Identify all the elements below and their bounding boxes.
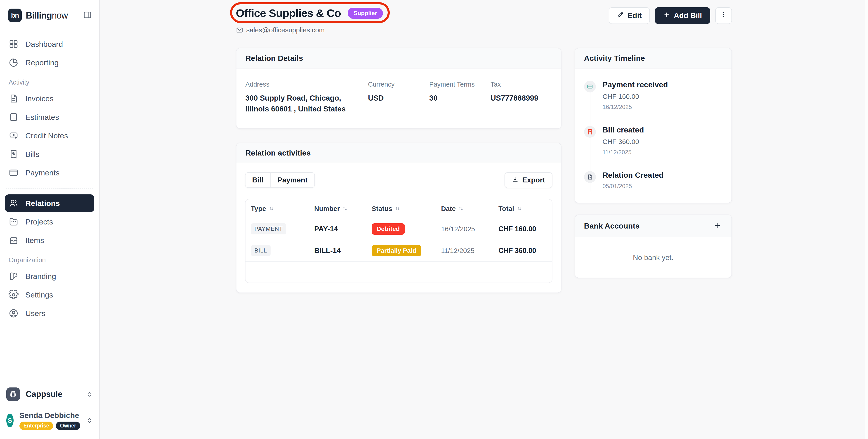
sidebar-item-bills[interactable]: Bills	[5, 145, 94, 163]
field-payment-terms: Payment Terms 30	[429, 81, 491, 115]
dashboard-icon	[8, 39, 19, 49]
sidebar-section-organization: Organization	[8, 256, 94, 264]
kebab-menu-icon	[720, 11, 727, 20]
folder-icon	[8, 217, 19, 227]
relation-activities-card: Relation activities Bill Payment Export	[236, 143, 561, 293]
table-header-row: Type Number Status Date Total	[246, 199, 552, 218]
branding-swatch-icon	[8, 271, 19, 281]
timeline-event-bill-created: Bill created CHF 360.00 11/12/2025	[584, 125, 722, 156]
timeline-list: Payment received CHF 160.00 16/12/2025 B…	[584, 80, 722, 190]
sidebar-item-items[interactable]: Items	[5, 231, 94, 249]
sidebar-nav: Dashboard Reporting Activity Invoices Es…	[5, 35, 94, 322]
relation-activities-header: Relation activities	[237, 143, 561, 163]
sidebar-item-users[interactable]: Users	[5, 305, 94, 322]
sidebar-item-reporting[interactable]: Reporting	[5, 54, 94, 71]
tab-payment[interactable]: Payment	[270, 173, 314, 187]
chevrons-up-down-icon	[86, 391, 93, 398]
sidebar-item-label: Users	[25, 309, 45, 318]
app-logo: bn Billingnow	[5, 7, 94, 24]
credit-card-icon	[8, 168, 19, 178]
edit-button[interactable]: Edit	[609, 7, 650, 24]
add-bank-account-button[interactable]	[712, 220, 722, 231]
page-header: Office Supplies & Co Supplier sales@offi…	[236, 6, 732, 34]
bill-receipt-icon	[8, 149, 19, 159]
page-title-row: Office Supplies & Co Supplier	[236, 6, 383, 20]
sidebar-divider	[6, 188, 93, 189]
download-icon	[512, 176, 519, 185]
bill-receipt-icon	[584, 126, 596, 138]
sort-icon	[458, 206, 464, 212]
file-plus-icon	[584, 171, 596, 183]
payment-card-icon	[584, 81, 596, 92]
sidebar-item-label: Items	[25, 236, 44, 245]
sidebar-item-label: Invoices	[25, 94, 54, 103]
sidebar-item-credit-notes[interactable]: Credit Notes	[5, 127, 94, 145]
row-total: CHF 160.00	[495, 220, 550, 238]
calculator-icon	[8, 112, 19, 122]
relation-details-header: Relation Details	[237, 49, 561, 68]
sidebar-item-branding[interactable]: Branding	[5, 268, 94, 285]
user-menu[interactable]: S Senda Debbiche Enterprise Owner	[6, 411, 93, 430]
sidebar-item-settings[interactable]: Settings	[5, 286, 94, 304]
column-header-type[interactable]: Type	[251, 205, 308, 213]
sidebar-item-estimates[interactable]: Estimates	[5, 108, 94, 126]
plan-badge: Enterprise	[20, 421, 53, 430]
gear-icon	[8, 290, 19, 300]
card-title: Bank Accounts	[584, 222, 640, 230]
users-icon	[8, 198, 19, 208]
sidebar-item-label: Settings	[25, 290, 53, 299]
logo-text: Billingnow	[26, 10, 68, 21]
workspace-switcher[interactable]: Cappsule	[6, 387, 93, 401]
building-icon	[6, 387, 20, 401]
sidebar-item-payments[interactable]: Payments	[5, 164, 94, 182]
tab-bill[interactable]: Bill	[246, 173, 270, 187]
page-title: Office Supplies & Co	[236, 7, 341, 20]
column-header-total[interactable]: Total	[498, 205, 546, 213]
email-text: sales@officesupplies.com	[246, 26, 325, 34]
sidebar-item-relations[interactable]: Relations	[5, 194, 94, 212]
activity-timeline-card: Activity Timeline Payment received CHF 1…	[575, 48, 732, 203]
add-bill-button[interactable]: Add Bill	[655, 7, 710, 24]
table-row[interactable]: PAYMENT PAY-14 Debited 16/12/2025 CHF 16…	[246, 218, 552, 240]
column-header-status[interactable]: Status	[372, 205, 435, 213]
card-title: Activity Timeline	[584, 54, 645, 63]
table-empty-space	[246, 262, 552, 283]
bank-accounts-body: No bank yet.	[575, 238, 732, 278]
status-badge: Debited	[372, 223, 405, 234]
field-address: Address 300 Supply Road, Chicago, Illino…	[246, 81, 368, 115]
pencil-icon	[617, 11, 624, 20]
scrollbar[interactable]	[865, 0, 868, 439]
invoice-file-icon	[8, 94, 19, 103]
sidebar-item-dashboard[interactable]: Dashboard	[5, 35, 94, 53]
table-row[interactable]: BILL BILL-14 Partially Paid 11/12/2025 C…	[246, 240, 552, 262]
relation-email: sales@officesupplies.com	[236, 26, 383, 34]
sidebar-collapse-button[interactable]	[82, 9, 93, 22]
sidebar-item-label: Reporting	[25, 58, 59, 67]
header-actions: Edit Add Bill	[609, 7, 732, 24]
sort-icon	[516, 206, 522, 212]
row-date: 16/12/2025	[438, 220, 495, 238]
sidebar-item-label: Payments	[25, 168, 59, 177]
field-tax: Tax US777888999	[491, 81, 552, 115]
sidebar-item-projects[interactable]: Projects	[5, 213, 94, 230]
field-currency: Currency USD	[368, 81, 429, 115]
activity-type-tabs: Bill Payment	[245, 172, 315, 188]
user-name: Senda Debbiche	[20, 411, 80, 420]
more-actions-button[interactable]	[715, 7, 732, 24]
sidebar-section-activity: Activity	[8, 79, 94, 86]
sidebar-item-label: Projects	[25, 217, 53, 226]
credit-note-icon	[8, 131, 19, 140]
export-button[interactable]: Export	[504, 172, 552, 188]
timeline-event-relation-created: Relation Created 05/01/2025	[584, 171, 722, 190]
column-header-date[interactable]: Date	[441, 205, 492, 213]
workspace-name: Cappsule	[26, 389, 62, 399]
chevrons-up-down-icon	[86, 417, 93, 424]
bank-accounts-card: Bank Accounts No bank yet.	[575, 215, 732, 278]
column-header-number[interactable]: Number	[314, 205, 365, 213]
relation-details-body: Address 300 Supply Road, Chicago, Illino…	[237, 68, 561, 128]
sidebar-item-invoices[interactable]: Invoices	[5, 90, 94, 107]
row-number: BILL-14	[311, 242, 368, 260]
row-total: CHF 360.00	[495, 242, 550, 260]
sidebar-bottom: Cappsule S Senda Debbiche Enterprise Own…	[5, 387, 94, 430]
main-content: Office Supplies & Co Supplier sales@offi…	[100, 0, 868, 439]
